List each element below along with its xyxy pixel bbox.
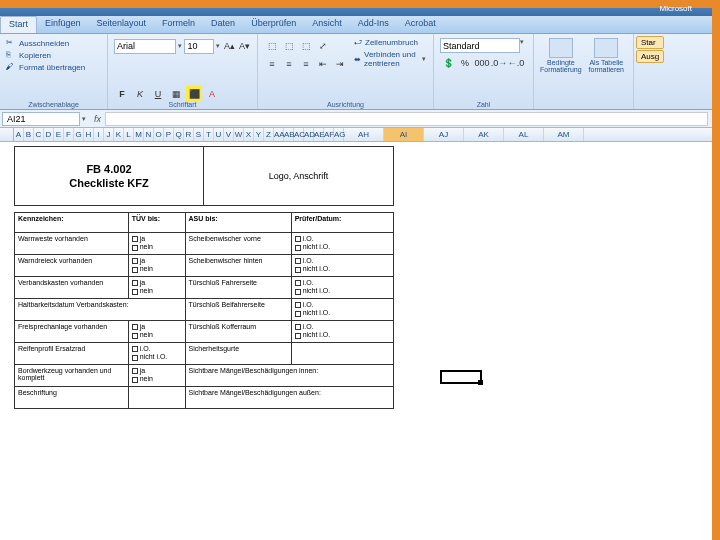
col-header[interactable]: H bbox=[84, 128, 94, 141]
yn-cell[interactable]: janein bbox=[128, 365, 185, 387]
decimal-dec-button[interactable]: ←.0 bbox=[508, 55, 524, 71]
align-center-button[interactable]: ≡ bbox=[281, 56, 297, 72]
align-left-button[interactable]: ≡ bbox=[264, 56, 280, 72]
col-header[interactable]: W bbox=[234, 128, 244, 141]
col-header[interactable]: U bbox=[214, 128, 224, 141]
tab-addins[interactable]: Add-Ins bbox=[350, 16, 397, 33]
chevron-down-icon[interactable]: ▾ bbox=[216, 42, 220, 50]
border-button[interactable]: ▦ bbox=[168, 86, 184, 102]
col-header[interactable]: N bbox=[144, 128, 154, 141]
align-bottom-button[interactable]: ⬚ bbox=[298, 38, 314, 54]
col-header[interactable]: F bbox=[64, 128, 74, 141]
orientation-button[interactable]: ⤢ bbox=[315, 38, 331, 54]
tab-formeln[interactable]: Formeln bbox=[154, 16, 203, 33]
chevron-down-icon[interactable]: ▾ bbox=[178, 42, 182, 50]
yn-cell[interactable]: janein bbox=[128, 321, 185, 343]
col-header[interactable]: J bbox=[104, 128, 114, 141]
col-header[interactable]: M bbox=[134, 128, 144, 141]
copy-button[interactable]: ⎘Kopieren bbox=[6, 50, 101, 60]
col-header[interactable]: A bbox=[14, 128, 24, 141]
fill-handle[interactable] bbox=[478, 380, 483, 385]
font-color-button[interactable]: A bbox=[204, 86, 220, 102]
font-size-select[interactable] bbox=[184, 39, 214, 54]
select-all-button[interactable] bbox=[0, 128, 14, 141]
col-header[interactable]: AK bbox=[464, 128, 504, 141]
align-right-button[interactable]: ≡ bbox=[298, 56, 314, 72]
ribbon-right-button-1[interactable]: Star bbox=[636, 36, 664, 49]
yn-cell[interactable]: janein bbox=[128, 233, 185, 255]
col-header[interactable]: D bbox=[44, 128, 54, 141]
underline-button[interactable]: U bbox=[150, 86, 166, 102]
yn-cell[interactable]: janein bbox=[128, 277, 185, 299]
col-header[interactable]: I bbox=[94, 128, 104, 141]
col-header[interactable]: V bbox=[224, 128, 234, 141]
conditional-format-button[interactable]: Bedingte Formatierung bbox=[540, 38, 582, 73]
indent-dec-button[interactable]: ⇤ bbox=[315, 56, 331, 72]
fill-color-button[interactable]: ⬛ bbox=[186, 86, 202, 102]
col-header[interactable]: O bbox=[154, 128, 164, 141]
io-cell[interactable]: i.O.nicht i.O. bbox=[291, 321, 393, 343]
col-header[interactable]: AM bbox=[544, 128, 584, 141]
col-header[interactable]: L bbox=[124, 128, 134, 141]
col-header[interactable]: R bbox=[184, 128, 194, 141]
col-header[interactable]: Y bbox=[254, 128, 264, 141]
tab-ueberpruefen[interactable]: Überprüfen bbox=[243, 16, 304, 33]
tab-start[interactable]: Start bbox=[0, 16, 37, 33]
number-format-select[interactable] bbox=[440, 38, 520, 53]
tab-einfuegen[interactable]: Einfügen bbox=[37, 16, 89, 33]
col-header[interactable]: AA bbox=[274, 128, 284, 141]
col-header[interactable]: P bbox=[164, 128, 174, 141]
currency-button[interactable]: 💲 bbox=[440, 55, 456, 71]
font-name-select[interactable] bbox=[114, 39, 176, 54]
col-header[interactable]: Z bbox=[264, 128, 274, 141]
col-header[interactable]: K bbox=[114, 128, 124, 141]
format-painter-button[interactable]: 🖌Format übertragen bbox=[6, 62, 101, 72]
io-cell[interactable]: i.O.nicht i.O. bbox=[128, 343, 185, 365]
col-header[interactable]: S bbox=[194, 128, 204, 141]
col-header[interactable]: AB bbox=[284, 128, 294, 141]
col-header[interactable]: AJ bbox=[424, 128, 464, 141]
italic-button[interactable]: K bbox=[132, 86, 148, 102]
col-header[interactable]: Q bbox=[174, 128, 184, 141]
align-middle-button[interactable]: ⬚ bbox=[281, 38, 297, 54]
chevron-down-icon[interactable]: ▾ bbox=[520, 38, 527, 53]
col-header[interactable]: AC bbox=[294, 128, 304, 141]
shrink-font-button[interactable]: A▾ bbox=[238, 38, 251, 54]
chevron-down-icon[interactable]: ▾ bbox=[82, 115, 90, 123]
tab-seitenlayout[interactable]: Seitenlayout bbox=[89, 16, 155, 33]
io-cell[interactable]: i.O.nicht i.O. bbox=[291, 277, 393, 299]
decimal-inc-button[interactable]: .0→ bbox=[491, 55, 507, 71]
tab-ansicht[interactable]: Ansicht bbox=[304, 16, 350, 33]
col-header[interactable]: T bbox=[204, 128, 214, 141]
fx-icon[interactable]: fx bbox=[90, 114, 105, 124]
align-top-button[interactable]: ⬚ bbox=[264, 38, 280, 54]
formula-input[interactable] bbox=[105, 112, 708, 126]
col-header[interactable]: G bbox=[74, 128, 84, 141]
col-header[interactable]: C bbox=[34, 128, 44, 141]
col-header[interactable]: AG bbox=[334, 128, 344, 141]
indent-inc-button[interactable]: ⇥ bbox=[332, 56, 348, 72]
wrap-text-button[interactable]: ⮐Zeilenumbruch bbox=[354, 38, 427, 47]
name-box[interactable] bbox=[2, 112, 80, 126]
ribbon-right-button-2[interactable]: Ausg bbox=[636, 50, 664, 63]
percent-button[interactable]: % bbox=[457, 55, 473, 71]
selected-cell[interactable] bbox=[440, 370, 482, 384]
grow-font-button[interactable]: A▴ bbox=[223, 38, 236, 54]
format-as-table-button[interactable]: Als Tabelle formatieren bbox=[586, 38, 627, 73]
bold-button[interactable]: F bbox=[114, 86, 130, 102]
col-header[interactable]: X bbox=[244, 128, 254, 141]
tab-acrobat[interactable]: Acrobat bbox=[397, 16, 444, 33]
io-cell[interactable]: i.O.nicht i.O. bbox=[291, 299, 393, 321]
col-header[interactable]: AD bbox=[304, 128, 314, 141]
yn-cell[interactable]: janein bbox=[128, 255, 185, 277]
tab-daten[interactable]: Daten bbox=[203, 16, 243, 33]
col-header[interactable]: AL bbox=[504, 128, 544, 141]
col-header[interactable]: AH bbox=[344, 128, 384, 141]
io-cell[interactable]: i.O.nicht i.O. bbox=[291, 233, 393, 255]
col-header[interactable]: AE bbox=[314, 128, 324, 141]
io-cell[interactable]: i.O.nicht i.O. bbox=[291, 255, 393, 277]
col-header[interactable]: B bbox=[24, 128, 34, 141]
col-header[interactable]: AF bbox=[324, 128, 334, 141]
cut-button[interactable]: ✂Ausschneiden bbox=[6, 38, 101, 48]
thousands-button[interactable]: 000 bbox=[474, 55, 490, 71]
